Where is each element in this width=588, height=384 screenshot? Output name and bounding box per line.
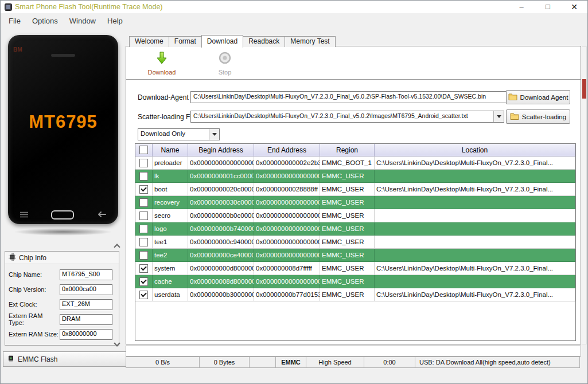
cell-end: 0x0000000000000000 (254, 222, 320, 236)
row-checkbox[interactable] (139, 159, 148, 167)
menu-bar: FileOptionsWindowHelp (1, 13, 587, 28)
cell-begin: 0x000000000c940000 (188, 236, 254, 249)
cell-end: 0x000000000002e2b3 (254, 156, 320, 170)
cell-begin: 0x000000008d800000 (188, 275, 254, 288)
row-checkbox[interactable] (139, 277, 148, 286)
cell-begin: 0x0000000000000000 (188, 156, 254, 170)
partition-row-tee2[interactable]: tee20x000000000ce400000x0000000000000000… (135, 249, 575, 262)
cell-location (375, 209, 575, 222)
maximize-button[interactable]: □ (535, 1, 561, 13)
cell-begin: 0x0000000001cc0000 (188, 170, 254, 183)
chevron-down-icon[interactable] (493, 111, 504, 122)
row-checkbox-cell (135, 236, 153, 249)
emmc-flash-header[interactable]: EMMC Flash (3, 351, 127, 367)
cell-location: C:\Users\LinkinDay\Desktop\Multi-FluxyOn… (375, 262, 575, 275)
download-mode-select[interactable]: Download Only (138, 128, 220, 140)
download-agent-input[interactable]: C:\Users\LinkinDay\Desktop\Multi-FluxyOn… (190, 91, 509, 103)
cell-name: recovery (153, 196, 188, 209)
row-checkbox[interactable] (139, 291, 148, 299)
window-title: Smart Phone Flash Tool(Runtime Trace Mod… (15, 3, 163, 11)
partition-row-logo[interactable]: logo0x000000000b7400000x0000000000000000… (135, 222, 575, 236)
menu-window[interactable]: Window (64, 15, 102, 27)
menu-help[interactable]: Help (102, 15, 128, 27)
cell-begin: 0x000000000d800000 (188, 262, 254, 275)
cell-name: tee2 (153, 249, 188, 262)
row-checkbox[interactable] (139, 251, 148, 260)
menu-options[interactable]: Options (26, 15, 64, 27)
folder-icon (508, 93, 517, 101)
close-button[interactable]: ✕ (561, 1, 587, 13)
chip-field-row: Extern RAM Size:0x80000000 (5, 327, 119, 342)
tab-welcome[interactable]: Welcome (129, 36, 169, 47)
row-checkbox-cell (135, 170, 153, 183)
tab-format[interactable]: Format (169, 36, 202, 47)
row-checkbox[interactable] (139, 238, 148, 246)
cell-location: C:\Users\LinkinDay\Desktop\Multi-FluxyOn… (375, 183, 575, 196)
chevron-down-icon[interactable] (209, 129, 219, 140)
cell-location (375, 222, 575, 236)
header-checkbox-cell (135, 144, 153, 156)
partition-row-tee1[interactable]: tee10x000000000c9400000x0000000000000000… (135, 236, 575, 249)
cell-region: EMMC_USER (320, 262, 375, 275)
tab-download[interactable]: Download (201, 35, 243, 48)
scroll-down-icon[interactable] (114, 341, 119, 346)
row-checkbox[interactable] (139, 198, 148, 207)
partition-row-system[interactable]: system0x000000000d8000000x000000008d7fff… (135, 262, 575, 275)
scrollbar-thumb[interactable] (582, 79, 586, 99)
tab-bar: WelcomeFormatDownloadReadbackMemory Test (129, 35, 335, 47)
minimize-button[interactable]: – (508, 1, 535, 13)
title-bar: Smart Phone Flash Tool(Runtime Trace Mod… (1, 1, 587, 13)
chip-field-value: EXT_26M (60, 299, 112, 310)
cell-end: 0x0000000000000000 (254, 196, 320, 209)
scatter-file-combobox[interactable]: C:\Users\LinkinDay\Desktop\Multi-FluxyOn… (190, 111, 504, 123)
header-cell-name[interactable]: Name (153, 144, 188, 156)
tab-memory-test[interactable]: Memory Test (285, 36, 335, 47)
cell-end: 0x0000000000000000 (254, 209, 320, 222)
row-checkbox-cell (135, 262, 153, 275)
header-cell-region[interactable]: Region (320, 144, 375, 156)
partition-row-boot[interactable]: boot0x00000000020c00000x00000000028888ff… (135, 183, 575, 196)
partition-row-recovery[interactable]: recovery0x00000000030c00000x000000000000… (135, 196, 575, 209)
download-arrow-icon (154, 50, 169, 68)
row-checkbox[interactable] (139, 225, 148, 233)
cell-name: boot (153, 183, 188, 196)
phone-nav-bar (20, 210, 107, 220)
tab-readback[interactable]: Readback (243, 36, 285, 47)
download-button[interactable]: Download (139, 50, 185, 76)
partition-row-lk[interactable]: lk0x0000000001cc00000x0000000000000000EM… (135, 170, 575, 183)
vertical-scrollbar[interactable] (582, 46, 587, 344)
row-checkbox[interactable] (139, 185, 148, 194)
status-cell-2 (249, 356, 276, 368)
cell-region: EMMC_USER (320, 236, 375, 249)
scatter-loading-button[interactable]: Scatter-loading (506, 109, 570, 124)
partition-table: NameBegin AddressEnd AddressRegionLocati… (135, 143, 576, 341)
row-checkbox[interactable] (139, 264, 148, 273)
cell-end: 0x0000000000000000 (254, 249, 320, 262)
scroll-up-icon[interactable] (114, 244, 119, 249)
header-cell-begin-address[interactable]: Begin Address (188, 144, 254, 156)
select-all-checkbox[interactable] (139, 146, 148, 154)
cell-region: EMMC_USER (320, 222, 375, 236)
row-checkbox[interactable] (139, 172, 148, 181)
download-button-label: Download (148, 69, 176, 76)
download-agent-button-label: Download Agent (520, 94, 568, 101)
partition-row-userdata[interactable]: userdata0x00000000b30000000x00000000b77d… (135, 288, 575, 301)
scatter-file-value: C:\Users\LinkinDay\Desktop\Multi-FluxyOn… (191, 111, 493, 122)
stop-button[interactable]: Stop (202, 50, 248, 76)
cell-region: EMMC_USER (320, 170, 375, 183)
header-cell-end-address[interactable]: End Address (254, 144, 320, 156)
partition-row-preloader[interactable]: preloader0x00000000000000000x00000000000… (135, 156, 575, 170)
cell-name: userdata (153, 288, 188, 301)
menu-file[interactable]: File (3, 15, 26, 27)
row-checkbox[interactable] (139, 211, 148, 220)
cell-region: EMMC_USER (320, 196, 375, 209)
cell-location (375, 170, 575, 183)
header-cell-location[interactable]: Location (375, 144, 575, 156)
partition-row-secro[interactable]: secro0x000000000b0c00000x000000000000000… (135, 209, 575, 222)
stop-button-label: Stop (219, 69, 232, 76)
chip-field-value: 0x0000ca00 (60, 284, 112, 295)
partition-row-cache[interactable]: cache0x000000008d8000000x000000000000000… (135, 275, 575, 288)
phone-speaker (51, 54, 75, 57)
phone-back-icon (96, 210, 107, 220)
download-agent-button[interactable]: Download Agent (506, 90, 570, 104)
